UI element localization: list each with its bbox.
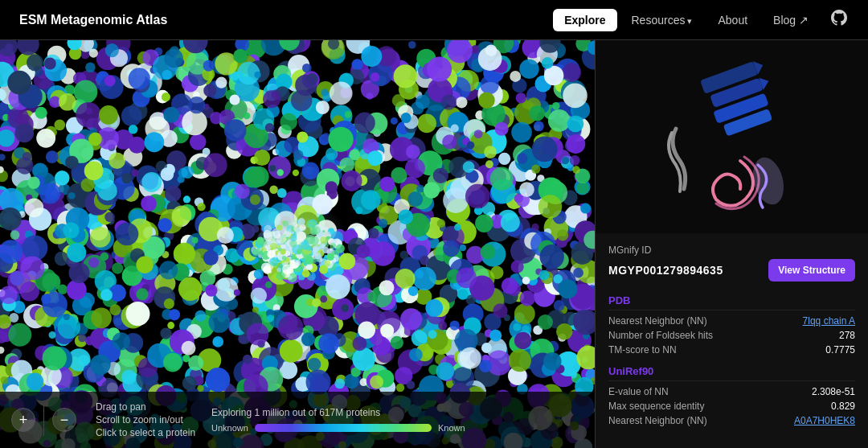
zoom-controls: + − <box>0 404 88 436</box>
details-section: PDB Nearest Neighbor (NN) 7lqq chain A N… <box>596 288 868 448</box>
pdb-foldseek-val: 278 <box>839 330 855 341</box>
pdb-tm-val: 0.7775 <box>825 344 855 356</box>
mgnify-label: MGnify ID <box>608 245 855 256</box>
pan-instruction: Drag to pan <box>96 401 195 413</box>
right-panel: MGnify ID MGYP001279894635 View Structur… <box>595 40 868 448</box>
pdb-nn-row: Nearest Neighbor (NN) 7lqq chain A <box>608 315 855 327</box>
exploring-label: Exploring 1 million out of 617M proteins <box>211 407 465 418</box>
gradient-bar <box>255 424 432 432</box>
hud-overlay: + − Drag to pan Scroll to zoom in/out Cl… <box>0 392 595 448</box>
click-instruction: Click to select a protein <box>96 427 195 438</box>
pdb-nn-label: Nearest Neighbor (NN) <box>608 315 803 327</box>
uniref90-title: UniRef90 <box>608 365 855 381</box>
explore-nav-btn[interactable]: Explore <box>553 9 616 31</box>
uniref90-maxseq-val: 0.829 <box>831 401 855 412</box>
hud-instructions: Drag to pan Scroll to zoom in/out Click … <box>88 401 203 438</box>
pdb-tm-label: TM-score to NN <box>608 344 825 356</box>
uniref90-nn-label: Nearest Neighbor (NN) <box>608 415 794 426</box>
resources-nav-btn[interactable]: Resources <box>620 9 704 31</box>
pdb-foldseek-label: Number of Foldseek hits <box>608 330 839 341</box>
uniref90-nn-val: A0A7H0HEK8 <box>794 415 855 426</box>
uniref90-maxseq-row: Max sequence identity 0.829 <box>608 401 855 412</box>
pdb-nn-link[interactable]: 7lqq chain A <box>803 315 855 327</box>
about-nav-btn[interactable]: About <box>706 9 759 31</box>
pdb-card: PDB Nearest Neighbor (NN) 7lqq chain A N… <box>608 294 855 356</box>
uniref90-nn-row: Nearest Neighbor (NN) A0A7H0HEK8 <box>608 415 855 426</box>
unknown-label: Unknown <box>211 423 248 433</box>
zoom-in-button[interactable]: + <box>11 408 35 432</box>
pdb-foldseek-row: Number of Foldseek hits 278 <box>608 330 855 341</box>
pdb-title: PDB <box>608 294 855 310</box>
uniref90-card: UniRef90 E-value of NN 2.308e-51 Max seq… <box>608 365 855 426</box>
nav-links: Explore Resources About Blog ↗ <box>553 8 868 32</box>
pdb-tm-row: TM-score to NN 0.7775 <box>608 344 855 356</box>
uniref90-evalue-label: E-value of NN <box>608 386 812 397</box>
mgnify-id-row: MGYP001279894635 View Structure <box>608 259 855 282</box>
canvas-area[interactable]: + − Drag to pan Scroll to zoom in/out Cl… <box>0 40 595 448</box>
navbar: ESM Metagenomic Atlas Explore Resources … <box>0 0 868 40</box>
known-label: Known <box>438 423 465 433</box>
uniref90-evalue-row: E-value of NN 2.308e-51 <box>608 386 855 397</box>
zoom-instruction: Scroll to zoom in/out <box>96 414 195 425</box>
uniref90-maxseq-label: Max sequence identity <box>608 401 831 412</box>
zoom-out-button[interactable]: − <box>52 408 76 432</box>
zoom-divider <box>43 404 44 436</box>
app-title: ESM Metagenomic Atlas <box>0 13 553 27</box>
blog-nav-btn[interactable]: Blog ↗ <box>762 9 820 31</box>
legend-area: Exploring 1 million out of 617M proteins… <box>211 407 465 433</box>
mgnify-id: MGYP001279894635 <box>608 264 723 277</box>
github-icon[interactable] <box>823 8 855 32</box>
legend-bar: Unknown Known <box>211 423 465 433</box>
uniref90-evalue-val: 2.308e-51 <box>812 386 855 397</box>
uniref90-nn-link[interactable]: A0A7H0HEK8 <box>794 415 855 426</box>
protein-structure-svg <box>652 56 813 217</box>
svg-point-6 <box>747 154 788 208</box>
protein-3d-view <box>596 40 868 233</box>
protein-info: MGnify ID MGYP001279894635 View Structur… <box>596 233 868 288</box>
protein-dot-map[interactable] <box>0 40 595 448</box>
view-structure-button[interactable]: View Structure <box>768 259 855 282</box>
pdb-nn-val: 7lqq chain A <box>803 315 855 327</box>
